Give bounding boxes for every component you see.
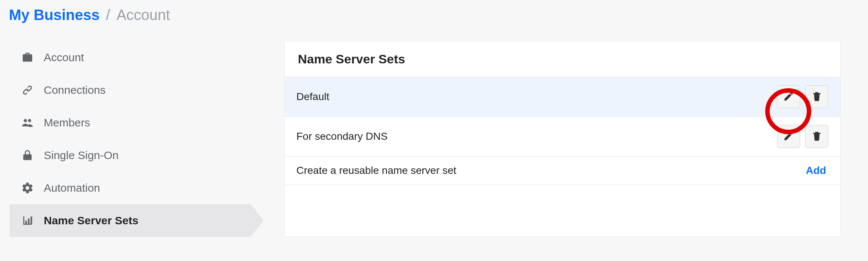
chart-icon [20,213,35,228]
lock-icon [20,148,35,163]
breadcrumb-primary[interactable]: My Business [9,7,100,23]
edit-button[interactable] [777,85,800,108]
sidebar-item-label: Name Server Sets [44,214,138,227]
pencil-icon [783,130,794,143]
people-icon [20,115,35,130]
sidebar: Account Connections Members Single Sign-… [10,41,251,237]
name-server-set-row: Default [285,77,840,117]
sidebar-item-automation[interactable]: Automation [10,172,251,204]
gear-icon [20,181,35,195]
name-server-set-row: For secondary DNS [285,117,840,156]
sidebar-item-label: Account [44,51,84,64]
pencil-icon [783,91,794,103]
create-text: Create a reusable name server set [296,165,456,176]
name-server-sets-panel: Name Server Sets Default [284,41,841,237]
sidebar-item-label: Single Sign-On [44,149,119,162]
briefcase-icon [20,50,35,65]
name-server-set-name: For secondary DNS [296,130,388,142]
sidebar-item-label: Members [44,116,90,129]
trash-icon [811,130,822,143]
delete-button[interactable] [805,85,828,108]
panel-title: Name Server Sets [285,42,840,77]
sidebar-item-members[interactable]: Members [10,106,251,139]
sidebar-item-name-server-sets[interactable]: Name Server Sets [10,204,251,237]
breadcrumb-secondary: Account [116,7,170,23]
create-row: Create a reusable name server set Add [285,156,840,185]
sidebar-item-label: Automation [44,182,100,194]
sidebar-item-sso[interactable]: Single Sign-On [10,139,251,172]
breadcrumb: My Business / Account [9,7,858,23]
trash-icon [811,91,822,103]
sidebar-item-connections[interactable]: Connections [10,74,251,106]
sidebar-item-account[interactable]: Account [10,41,251,74]
edit-button[interactable] [777,125,800,148]
breadcrumb-separator: / [106,7,110,23]
name-server-set-name: Default [296,91,329,103]
link-icon [20,83,35,98]
sidebar-item-label: Connections [44,84,106,96]
add-button[interactable]: Add [804,165,828,176]
delete-button[interactable] [805,125,828,148]
